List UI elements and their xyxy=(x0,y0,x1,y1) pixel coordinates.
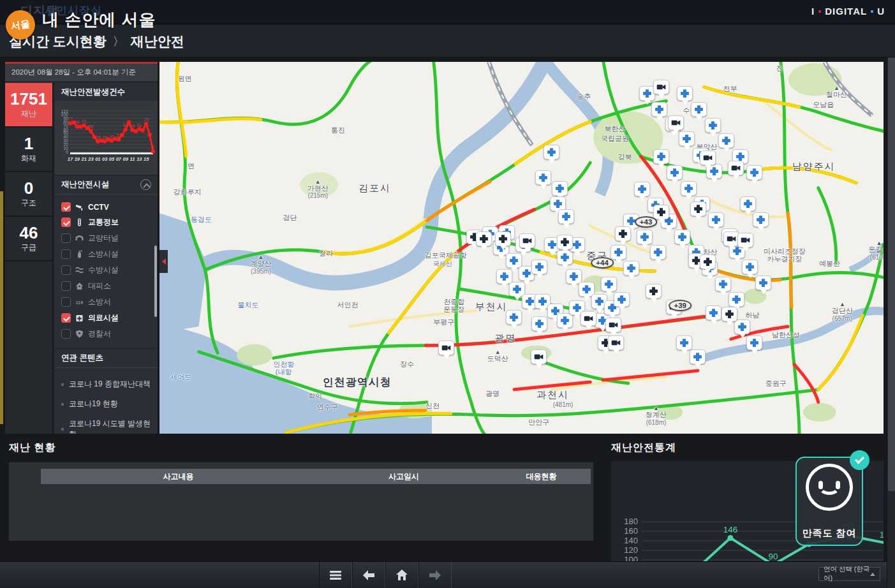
cctv-marker[interactable] xyxy=(723,232,739,246)
cctv-marker[interactable] xyxy=(737,233,753,247)
stat-tile-구조[interactable]: 0구조 xyxy=(5,172,52,217)
hospital-marker[interactable] xyxy=(601,277,617,291)
hospital-marker[interactable] xyxy=(708,212,724,227)
cctv-marker[interactable] xyxy=(438,341,454,355)
hospital-marker[interactable] xyxy=(496,269,512,284)
facility-marker[interactable] xyxy=(721,307,737,321)
facility-marker[interactable] xyxy=(700,254,716,269)
related-link[interactable]: 코로나 19 종합재난대책 xyxy=(55,374,158,394)
facility-item-수방시설[interactable]: 수방시설 xyxy=(55,262,158,278)
stat-tile-재난[interactable]: 1751재난 xyxy=(5,83,52,128)
checkbox-unchecked[interactable] xyxy=(61,265,71,275)
sidebar-collapse-handle[interactable] xyxy=(159,250,168,273)
checkbox-checked[interactable] xyxy=(61,313,71,323)
sidebar-scrollbar-thumb[interactable] xyxy=(154,246,157,317)
facility-item-의료시설[interactable]: 의료시설 xyxy=(55,310,158,326)
cctv-marker[interactable] xyxy=(531,349,547,364)
checkbox-unchecked[interactable] xyxy=(61,329,71,339)
hospital-marker[interactable] xyxy=(746,165,762,180)
hospital-marker[interactable] xyxy=(676,335,692,350)
collapse-chevron-icon[interactable] xyxy=(140,179,151,190)
site-title[interactable]: 내 손안에 서울 xyxy=(42,9,156,31)
cctv-marker[interactable] xyxy=(728,161,744,175)
satisfaction-widget[interactable]: 만족도 참여 xyxy=(795,457,863,546)
hospital-marker[interactable] xyxy=(653,149,669,164)
hospital-marker[interactable] xyxy=(706,305,721,320)
hospital-marker[interactable] xyxy=(650,245,666,260)
facility-item-소방시설[interactable]: 소방시설 xyxy=(55,246,158,262)
hospital-marker[interactable] xyxy=(566,269,582,284)
facility-marker[interactable] xyxy=(557,235,573,249)
hospital-marker[interactable] xyxy=(691,102,707,117)
hospital-marker[interactable] xyxy=(639,86,655,101)
facility-item-경찰서[interactable]: 경찰서 xyxy=(55,326,158,342)
facility-item-교통정보[interactable]: 교통정보 xyxy=(55,214,158,230)
hospital-marker[interactable] xyxy=(705,118,721,133)
facility-marker[interactable] xyxy=(690,202,706,216)
hospital-marker[interactable] xyxy=(677,86,693,101)
hospital-marker[interactable] xyxy=(651,102,667,117)
facility-item-소방서[interactable]: 119소방서 xyxy=(55,294,158,310)
stat-tile-화재[interactable]: 1화재 xyxy=(5,128,52,172)
related-link[interactable]: 코로나19 현황 xyxy=(55,394,158,414)
hospital-marker[interactable] xyxy=(742,260,758,274)
checkbox-unchecked[interactable] xyxy=(61,297,71,307)
hospital-marker[interactable] xyxy=(667,165,683,180)
facility-item-교량터널[interactable]: 교량터널 xyxy=(55,230,158,246)
hospital-marker[interactable] xyxy=(746,335,762,350)
home-button[interactable] xyxy=(385,562,418,588)
cctv-marker[interactable] xyxy=(700,151,716,165)
hospital-marker[interactable] xyxy=(531,316,547,331)
facility-marker[interactable] xyxy=(476,232,492,246)
back-button[interactable] xyxy=(352,562,385,588)
page-scrollbar-thumb[interactable] xyxy=(888,57,895,491)
hospital-marker[interactable] xyxy=(681,181,697,196)
stat-tile-구급[interactable]: 46구급 xyxy=(5,217,52,261)
hospital-marker[interactable] xyxy=(740,196,756,211)
cluster-badge[interactable]: +39 xyxy=(669,300,692,311)
hospital-marker[interactable] xyxy=(506,310,522,325)
facility-item-대피소[interactable]: 대피소 xyxy=(55,278,158,294)
checkbox-unchecked[interactable] xyxy=(61,233,71,243)
facility-marker[interactable] xyxy=(615,226,631,241)
hospital-marker[interactable] xyxy=(753,212,769,227)
hospital-marker[interactable] xyxy=(679,131,695,146)
hospital-marker[interactable] xyxy=(718,133,734,148)
hospital-marker[interactable] xyxy=(634,182,650,196)
hospital-marker[interactable] xyxy=(531,260,547,274)
hospital-marker[interactable] xyxy=(623,261,639,276)
hospital-marker[interactable] xyxy=(535,170,551,185)
page-scrollbar[interactable] xyxy=(887,57,895,588)
hospital-marker[interactable] xyxy=(715,277,731,291)
facility-marker[interactable] xyxy=(646,284,662,298)
facility-marker[interactable] xyxy=(495,232,511,246)
cctv-marker[interactable] xyxy=(581,311,596,326)
cctv-marker[interactable] xyxy=(608,335,624,350)
checkbox-unchecked[interactable] xyxy=(61,281,71,291)
hospital-marker[interactable] xyxy=(734,320,750,334)
hospital-marker[interactable] xyxy=(690,349,706,364)
hospital-marker[interactable] xyxy=(614,292,630,307)
menu-button[interactable] xyxy=(319,562,352,588)
cctv-marker[interactable] xyxy=(668,115,684,130)
cluster-badge[interactable]: +43 xyxy=(635,216,658,228)
cctv-marker[interactable] xyxy=(519,233,535,248)
hospital-marker[interactable] xyxy=(637,230,653,244)
checkbox-checked[interactable] xyxy=(61,202,71,212)
hospital-marker[interactable] xyxy=(729,292,744,307)
cluster-badge[interactable]: +44 xyxy=(591,257,614,268)
hospital-marker[interactable] xyxy=(544,145,559,159)
hospital-marker[interactable] xyxy=(755,276,771,290)
hospital-marker[interactable] xyxy=(557,313,573,328)
cctv-marker[interactable] xyxy=(653,80,669,94)
checkbox-unchecked[interactable] xyxy=(61,249,71,259)
traffic-map[interactable]: 원면면통진강화루지동검도가현산(215m)검단김포시계양산(395m)청라서인천… xyxy=(159,62,884,434)
checkbox-checked[interactable] xyxy=(61,217,71,227)
forward-button[interactable] xyxy=(418,562,452,588)
language-select[interactable]: 언어 선택 (한국어) xyxy=(818,567,880,581)
facility-item-CCTV[interactable]: CCTV xyxy=(55,200,158,214)
hospital-marker[interactable] xyxy=(552,181,568,196)
hospital-marker[interactable] xyxy=(674,230,690,244)
facility-marker[interactable] xyxy=(653,205,669,219)
hospital-marker[interactable] xyxy=(558,209,574,224)
